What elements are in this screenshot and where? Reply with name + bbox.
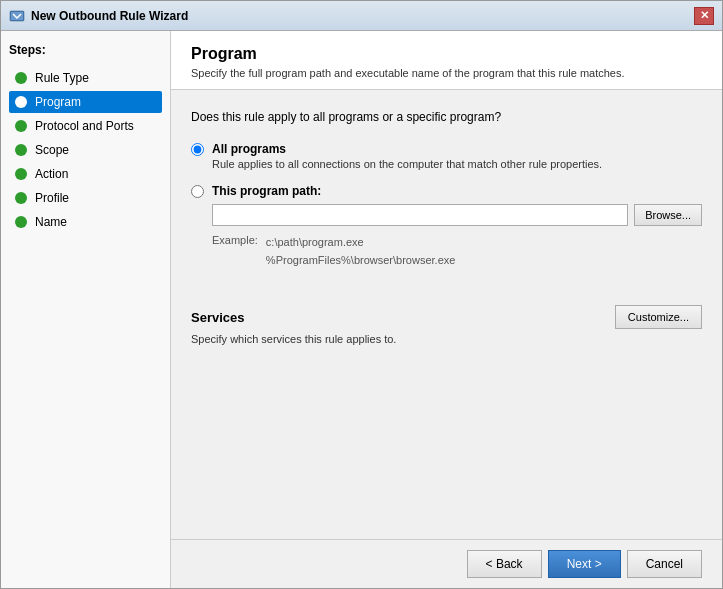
step-dot-protocol-ports	[15, 120, 27, 132]
page-header: Program Specify the full program path an…	[171, 31, 722, 90]
customize-button[interactable]: Customize...	[615, 305, 702, 329]
example-paths: c:\path\program.exe %ProgramFiles%\brows…	[266, 234, 456, 269]
this-program-label[interactable]: This program path:	[212, 184, 321, 198]
sidebar-item-rule-type[interactable]: Rule Type	[9, 67, 162, 89]
page-title: Program	[191, 45, 702, 63]
this-program-radio[interactable]	[191, 185, 204, 198]
all-programs-content: All programs Rule applies to all connect…	[212, 142, 702, 170]
step-label-profile: Profile	[35, 191, 69, 205]
services-title: Services	[191, 310, 245, 325]
right-panel: Program Specify the full program path an…	[171, 31, 722, 588]
step-dot-scope	[15, 144, 27, 156]
program-radio-group: All programs Rule applies to all connect…	[191, 142, 702, 269]
example-path2: %ProgramFiles%\browser\browser.exe	[266, 254, 456, 266]
program-path-row: Browse...	[212, 204, 702, 226]
this-program-option: This program path: Browse... Example: c:	[191, 184, 702, 269]
step-label-action: Action	[35, 167, 68, 181]
all-programs-option: All programs Rule applies to all connect…	[191, 142, 702, 170]
sidebar-item-name[interactable]: Name	[9, 211, 162, 233]
dialog-body: Steps: Rule Type Program Protocol and Po…	[1, 31, 722, 588]
all-programs-label[interactable]: All programs	[212, 142, 286, 156]
window-icon	[9, 8, 25, 24]
sidebar-item-program[interactable]: Program	[9, 91, 162, 113]
example-label: Example:	[212, 234, 258, 269]
dialog-window: New Outbound Rule Wizard ✕ Steps: Rule T…	[0, 0, 723, 589]
example-path1: c:\path\program.exe	[266, 236, 364, 248]
step-label-program: Program	[35, 95, 81, 109]
all-programs-description: Rule applies to all connections on the c…	[212, 158, 702, 170]
step-label-protocol-ports: Protocol and Ports	[35, 119, 134, 133]
page-subtitle: Specify the full program path and execut…	[191, 67, 702, 79]
close-button[interactable]: ✕	[694, 7, 714, 25]
step-dot-action	[15, 168, 27, 180]
page-content: Does this rule apply to all programs or …	[171, 90, 722, 539]
step-label-name: Name	[35, 215, 67, 229]
all-programs-radio[interactable]	[191, 143, 204, 156]
next-button[interactable]: Next >	[548, 550, 621, 578]
sidebar-item-protocol-ports[interactable]: Protocol and Ports	[9, 115, 162, 137]
step-dot-program	[15, 96, 27, 108]
sidebar-item-action[interactable]: Action	[9, 163, 162, 185]
cancel-button[interactable]: Cancel	[627, 550, 702, 578]
program-path-section: Browse... Example: c:\path\program.exe %…	[212, 204, 702, 269]
browse-button[interactable]: Browse...	[634, 204, 702, 226]
window-title: New Outbound Rule Wizard	[31, 9, 694, 23]
services-header: Services Customize...	[191, 305, 702, 329]
sidebar-item-scope[interactable]: Scope	[9, 139, 162, 161]
question-text: Does this rule apply to all programs or …	[191, 110, 702, 124]
steps-title: Steps:	[9, 43, 162, 57]
program-path-input[interactable]	[212, 204, 628, 226]
step-label-rule-type: Rule Type	[35, 71, 89, 85]
step-dot-name	[15, 216, 27, 228]
step-dot-rule-type	[15, 72, 27, 84]
services-section: Services Customize... Specify which serv…	[191, 289, 702, 345]
title-bar: New Outbound Rule Wizard ✕	[1, 1, 722, 31]
sidebar-item-profile[interactable]: Profile	[9, 187, 162, 209]
this-program-content: This program path: Browse... Example: c:	[212, 184, 702, 269]
services-description: Specify which services this rule applies…	[191, 333, 702, 345]
step-dot-profile	[15, 192, 27, 204]
step-label-scope: Scope	[35, 143, 69, 157]
steps-panel: Steps: Rule Type Program Protocol and Po…	[1, 31, 171, 588]
example-text: Example: c:\path\program.exe %ProgramFil…	[212, 234, 702, 269]
back-button[interactable]: < Back	[467, 550, 542, 578]
footer: < Back Next > Cancel	[171, 539, 722, 588]
